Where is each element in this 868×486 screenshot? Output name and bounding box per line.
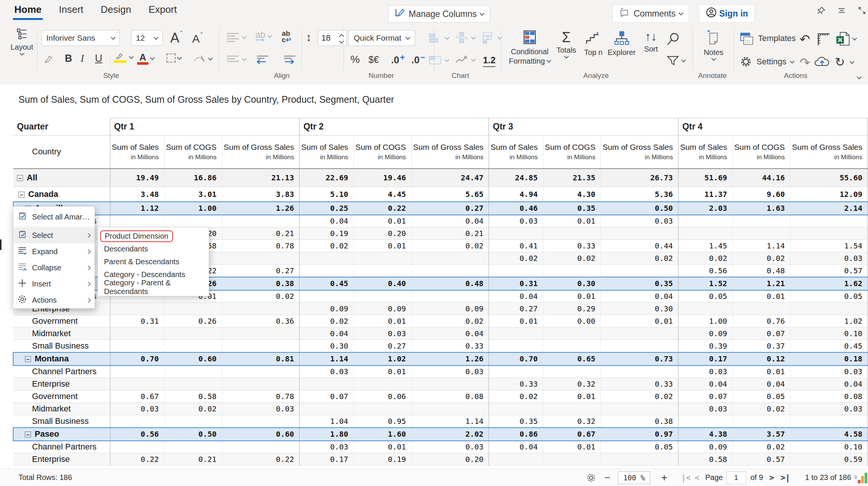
collapse-toggle-icon[interactable] [25, 431, 31, 437]
table-chart-button[interactable] [428, 55, 449, 66]
cell[interactable]: 0.27 [489, 303, 543, 315]
cell[interactable]: 2.14 [790, 202, 868, 215]
table-row[interactable]: All19.4916.8621.1322.6919.4624.4724.8521… [13, 169, 868, 187]
cell[interactable]: 4.38 [679, 428, 733, 441]
cell[interactable]: 44.16 [733, 169, 790, 187]
cell[interactable] [733, 215, 790, 227]
indent-decrease-button[interactable] [255, 54, 271, 65]
cell[interactable]: 22.69 [300, 169, 354, 187]
menu-item-select[interactable]: Select [13, 227, 95, 244]
cell[interactable] [164, 303, 222, 315]
cell[interactable]: 0.04 [300, 328, 354, 340]
cell[interactable]: 1.52 [679, 277, 733, 290]
cell[interactable]: 0.48 [733, 265, 790, 277]
cell[interactable]: 0.02 [300, 315, 354, 328]
row-label[interactable]: All [13, 169, 110, 187]
cell[interactable] [411, 252, 489, 265]
cell[interactable] [679, 215, 733, 227]
cloud-upload-icon[interactable] [814, 55, 830, 68]
cell[interactable] [354, 403, 411, 415]
cell[interactable]: 0.21 [164, 453, 222, 466]
cell[interactable] [164, 441, 222, 453]
quarter-header[interactable]: Qtr 2 [300, 118, 489, 136]
cell[interactable]: 0.27 [222, 265, 300, 277]
layout-button[interactable]: Layout [7, 28, 37, 55]
cell[interactable]: 0.02 [601, 252, 679, 265]
cell[interactable]: 0.36 [222, 315, 300, 328]
cell[interactable]: 0.22 [222, 453, 300, 466]
cell[interactable]: 0.03 [790, 366, 868, 378]
cell[interactable]: 0.17 [679, 352, 733, 366]
zoom-in-button[interactable]: + [661, 469, 667, 486]
cell[interactable]: 21.35 [543, 169, 601, 187]
cell[interactable]: 0.70 [489, 352, 543, 366]
cell[interactable] [110, 378, 164, 390]
cell[interactable]: 0.03 [679, 403, 733, 415]
cell[interactable]: 0.07 [300, 390, 354, 403]
horizontal-align-button[interactable] [225, 32, 246, 43]
quarter-header[interactable]: Qtr 1 [110, 118, 300, 136]
cell[interactable]: 0.02 [733, 252, 790, 265]
font-color-button[interactable]: A [137, 52, 154, 65]
cell[interactable] [354, 265, 411, 277]
format-painter-icon[interactable] [42, 53, 55, 66]
cell[interactable]: 0.50 [601, 202, 679, 215]
cell[interactable]: 0.02 [489, 252, 543, 265]
menu-item-expand[interactable]: Expand [13, 244, 95, 260]
cell[interactable] [543, 340, 601, 352]
cell[interactable] [164, 366, 222, 378]
cell[interactable] [601, 453, 679, 466]
cell[interactable] [222, 328, 300, 340]
indent-increase-button[interactable] [282, 54, 298, 65]
submenu-item-product-dimension[interactable]: Product Dimension [98, 230, 209, 242]
cell[interactable]: 1.00 [679, 315, 733, 328]
cell[interactable]: 0.01 [354, 315, 411, 328]
row-label[interactable]: Enterprise [13, 378, 110, 390]
tab-export[interactable]: Export [148, 4, 177, 21]
cell[interactable]: 1.54 [790, 240, 868, 252]
stacked-chart-button[interactable] [481, 31, 501, 44]
collapse-toggle-icon[interactable] [17, 175, 23, 181]
cell[interactable] [222, 378, 300, 390]
row-label[interactable]: Channel Partners [13, 441, 110, 453]
highlight-color-button[interactable] [114, 52, 133, 63]
page-number-input[interactable]: 1 [726, 471, 746, 484]
cell[interactable]: 0.21 [222, 227, 300, 240]
cell[interactable]: 0.03 [489, 215, 543, 227]
row-label[interactable]: Midmarket [13, 403, 110, 415]
cell[interactable]: 0.25 [300, 202, 354, 215]
cell[interactable]: 0.45 [300, 277, 354, 290]
cell[interactable] [543, 366, 601, 378]
cell[interactable]: 0.04 [411, 215, 489, 227]
currency-format-button[interactable]: $€ [368, 54, 379, 65]
table-row[interactable]: Canada3.483.013.835.104.455.654.944.305.… [13, 187, 868, 202]
cell[interactable] [110, 340, 164, 352]
cell[interactable]: 0.03 [110, 403, 164, 415]
cell[interactable]: 0.35 [489, 415, 543, 428]
sync-icon[interactable]: ↻ [835, 55, 854, 69]
cell[interactable] [222, 441, 300, 453]
cell[interactable]: 0.02 [489, 390, 543, 403]
quarter-header[interactable]: Qtr 4 [679, 118, 868, 136]
cell[interactable] [164, 215, 222, 227]
cell[interactable]: 0.29 [543, 303, 601, 315]
cell[interactable]: 0.07 [733, 328, 790, 340]
table-row[interactable]: Midmarket0.040.030.040.090.070.10 [13, 328, 868, 340]
cell[interactable]: 4.58 [790, 428, 868, 441]
cell[interactable]: 1.26 [222, 202, 300, 215]
cell[interactable]: 0.03 [790, 252, 868, 265]
cell[interactable]: 2.02 [411, 428, 489, 441]
cell[interactable]: 0.02 [411, 315, 489, 328]
cell[interactable]: 24.47 [411, 169, 489, 187]
cell[interactable]: 0.03 [411, 441, 489, 453]
cell[interactable]: 0.02 [679, 252, 733, 265]
cell[interactable]: 0.01 [543, 215, 601, 227]
cell[interactable]: 0.09 [354, 303, 411, 315]
cell[interactable]: 0.33 [489, 378, 543, 390]
menu-item-insert[interactable]: Insert [13, 276, 95, 292]
cell[interactable]: 1.14 [300, 352, 354, 366]
cell[interactable]: 0.26 [164, 315, 222, 328]
pin-icon[interactable] [817, 6, 826, 17]
top-n-button[interactable]: Top n [580, 32, 607, 57]
row-label[interactable]: Government [13, 390, 110, 403]
